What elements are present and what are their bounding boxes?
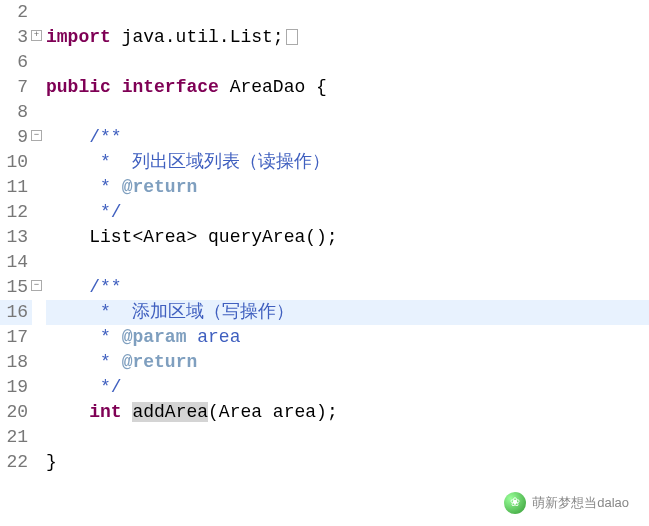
code-line[interactable]: /** (46, 125, 649, 150)
code-line[interactable]: /** (46, 275, 649, 300)
code-line[interactable]: * @return (46, 350, 649, 375)
code-line[interactable]: */ (46, 375, 649, 400)
code-line[interactable] (46, 100, 649, 125)
line-number: 6 (0, 50, 32, 75)
code-line[interactable]: * @param area (46, 325, 649, 350)
code-line[interactable]: * 列出区域列表（读操作） (46, 150, 649, 175)
line-number: 14 (0, 250, 32, 275)
code-line[interactable]: } (46, 450, 649, 475)
line-number: 7 (0, 75, 32, 100)
line-gutter: 2 3+ 6 7 8 9− 10 11 12 13 14 15− 16 17 1… (0, 0, 32, 475)
line-number: 19 (0, 375, 32, 400)
line-number: 8 (0, 100, 32, 125)
line-number: 17 (0, 325, 32, 350)
code-line[interactable] (46, 0, 649, 25)
code-line[interactable]: import java.util.List; (46, 25, 649, 50)
fold-icon[interactable]: − (31, 130, 42, 141)
code-line[interactable] (46, 50, 649, 75)
line-number: 20 (0, 400, 32, 425)
code-line[interactable]: */ (46, 200, 649, 225)
line-number: 22 (0, 450, 32, 475)
fold-icon[interactable]: + (31, 30, 42, 41)
line-number: 15− (0, 275, 32, 300)
line-number: 11 (0, 175, 32, 200)
line-number: 18 (0, 350, 32, 375)
code-line[interactable] (46, 425, 649, 450)
code-line-highlighted[interactable]: * 添加区域（写操作） (46, 300, 649, 325)
line-number: 2 (0, 0, 32, 25)
fold-icon[interactable]: − (31, 280, 42, 291)
line-number: 9− (0, 125, 32, 150)
line-number: 12 (0, 200, 32, 225)
code-area[interactable]: import java.util.List; public interface … (32, 0, 649, 475)
code-line[interactable]: int addArea(Area area); (46, 400, 649, 425)
line-number: 16 (0, 300, 32, 325)
line-number: 10 (0, 150, 32, 175)
code-line[interactable]: public interface AreaDao { (46, 75, 649, 100)
code-editor[interactable]: 2 3+ 6 7 8 9− 10 11 12 13 14 15− 16 17 1… (0, 0, 649, 475)
code-line[interactable]: List<Area> queryArea(); (46, 225, 649, 250)
line-number: 13 (0, 225, 32, 250)
line-number: 21 (0, 425, 32, 450)
code-line[interactable] (46, 250, 649, 275)
code-line[interactable]: * @return (46, 175, 649, 200)
collapsed-placeholder-icon[interactable] (286, 29, 298, 45)
line-number: 3+ (0, 25, 32, 50)
